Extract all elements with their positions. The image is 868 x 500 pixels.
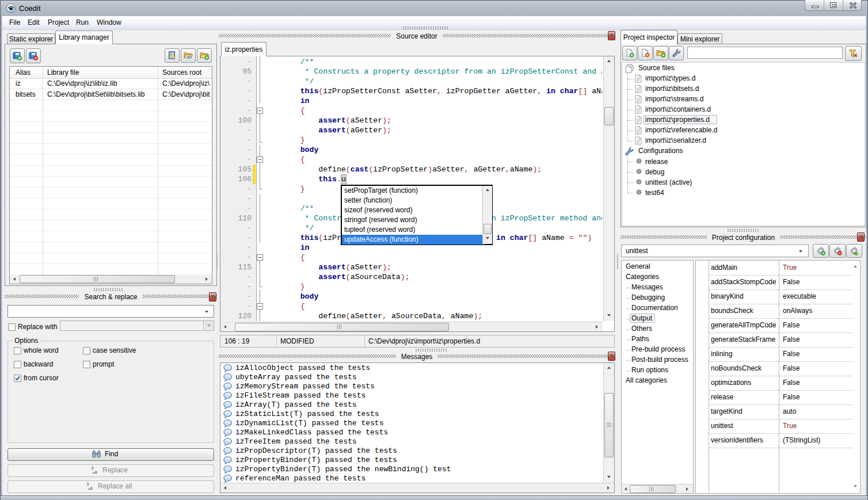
- svg-text:b: b: [87, 482, 89, 487]
- svg-text:a: a: [90, 485, 93, 491]
- svg-text:a: a: [94, 469, 98, 475]
- svg-text:b: b: [92, 465, 94, 471]
